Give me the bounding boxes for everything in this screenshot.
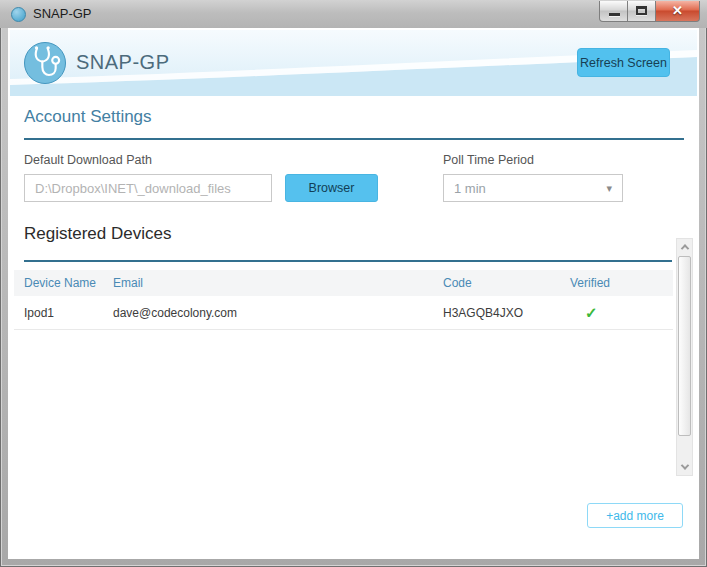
app-window: SNAP-GP ✕ xyxy=(0,0,707,567)
maximize-button[interactable] xyxy=(628,1,655,22)
account-settings-divider xyxy=(24,138,684,140)
column-header-verified: Verified xyxy=(570,276,610,290)
download-path-input[interactable] xyxy=(24,174,272,202)
download-path-label: Default Download Path xyxy=(24,153,152,167)
vertical-scrollbar[interactable] xyxy=(676,238,693,476)
stethoscope-icon xyxy=(25,43,65,83)
browser-button[interactable]: Browser xyxy=(285,174,378,202)
refresh-screen-button[interactable]: Refresh Screen xyxy=(577,48,670,77)
window-content: SNAP-GP Refresh Screen Account Settings … xyxy=(8,28,699,559)
title-bar[interactable]: SNAP-GP ✕ xyxy=(0,0,707,28)
app-window-icon xyxy=(11,7,26,22)
chevron-down-scroll-icon xyxy=(680,461,688,469)
devices-table-header: Device Name Email Code Verified xyxy=(14,270,673,296)
close-button[interactable]: ✕ xyxy=(655,1,700,22)
scrollbar-thumb[interactable] xyxy=(678,256,691,436)
app-header-band: SNAP-GP Refresh Screen xyxy=(10,30,697,96)
device-table-row[interactable]: Ipod1 dave@codecolony.com H3AGQB4JXO ✓ xyxy=(14,296,673,330)
scroll-down-button[interactable] xyxy=(677,459,692,475)
window-title: SNAP-GP xyxy=(33,6,92,21)
close-icon: ✕ xyxy=(656,3,699,18)
verified-check-icon: ✓ xyxy=(585,304,598,322)
minimize-button[interactable] xyxy=(599,1,628,22)
registered-devices-heading: Registered Devices xyxy=(24,224,171,244)
app-logo xyxy=(24,42,66,84)
app-title: SNAP-GP xyxy=(76,51,170,74)
account-settings-heading: Account Settings xyxy=(24,107,152,127)
chevron-up-icon xyxy=(680,244,688,252)
scroll-up-button[interactable] xyxy=(677,239,692,255)
window-controls: ✕ xyxy=(599,1,700,22)
add-more-button[interactable]: +add more xyxy=(587,503,683,528)
column-header-code: Code xyxy=(443,276,472,290)
minimize-icon xyxy=(609,13,620,16)
column-header-device-name: Device Name xyxy=(24,276,96,290)
device-name-cell: Ipod1 xyxy=(24,306,54,320)
chevron-down-icon: ▾ xyxy=(606,182,612,195)
poll-selected-value: 1 min xyxy=(454,181,486,196)
poll-time-period-label: Poll Time Period xyxy=(443,153,534,167)
poll-time-period-select[interactable]: 1 min ▾ xyxy=(443,174,623,202)
device-code-cell: H3AGQB4JXO xyxy=(443,306,523,320)
registered-devices-divider xyxy=(24,260,672,262)
column-header-email: Email xyxy=(113,276,143,290)
device-email-cell: dave@codecolony.com xyxy=(113,306,237,320)
maximize-icon xyxy=(636,6,647,15)
